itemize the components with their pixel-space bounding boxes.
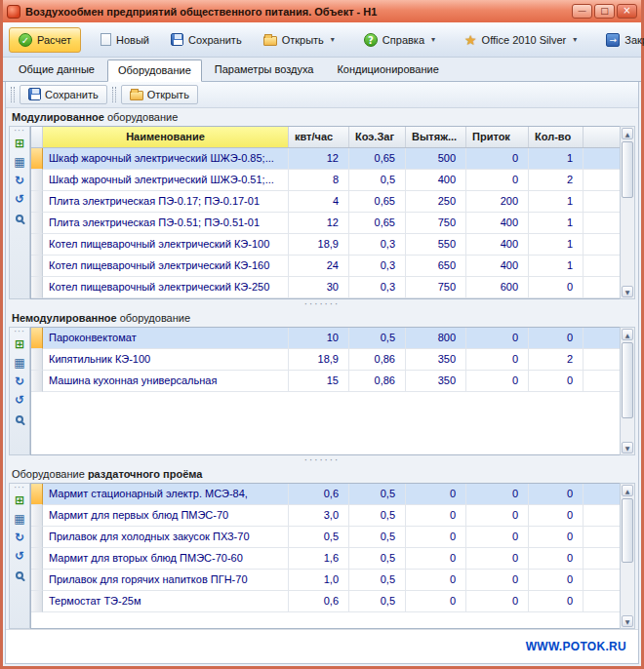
column-header-qty[interactable]: Кол-во bbox=[529, 127, 584, 147]
cell-value[interactable]: 1 bbox=[529, 191, 584, 213]
cell-filler[interactable] bbox=[584, 484, 620, 505]
cell-value[interactable]: 2 bbox=[529, 349, 584, 371]
row-indicator[interactable] bbox=[31, 591, 43, 612]
scrollbar-thumb[interactable] bbox=[622, 342, 633, 418]
cell-value[interactable]: 0,5 bbox=[349, 591, 406, 612]
cell-value[interactable]: 0 bbox=[529, 328, 584, 349]
row-indicator[interactable] bbox=[31, 527, 43, 548]
cell-value[interactable]: 0 bbox=[406, 570, 466, 591]
toolbar-drag-handle[interactable] bbox=[11, 87, 15, 102]
table-settings-button[interactable]: ▦ bbox=[11, 355, 28, 372]
refresh-button[interactable]: ↻ bbox=[11, 173, 28, 189]
table-row[interactable]: Машина кухонная универсальная150,8635000 bbox=[31, 371, 620, 392]
cell-name[interactable]: Котел пищеварочный электрический КЭ-160 bbox=[43, 256, 289, 277]
refresh-button[interactable]: ↻ bbox=[11, 530, 28, 546]
cell-value[interactable]: 0,3 bbox=[349, 277, 406, 298]
table-row[interactable]: Шкаф жарочный электрический ШЖЭ-0.51;...… bbox=[31, 170, 620, 191]
cell-value[interactable]: 0 bbox=[529, 371, 584, 392]
cell-name[interactable]: Прилавок для холодных закусок ПХЗ-70 bbox=[43, 527, 289, 548]
undo-button[interactable]: ↺ bbox=[11, 548, 28, 565]
cell-value[interactable]: 200 bbox=[466, 191, 529, 213]
row-indicator[interactable] bbox=[31, 570, 43, 591]
minimize-button[interactable]: — bbox=[572, 4, 592, 19]
tab-equipment[interactable]: Оборудование bbox=[107, 59, 202, 82]
cell-filler[interactable] bbox=[584, 548, 620, 570]
cell-value[interactable]: 0,6 bbox=[289, 591, 349, 612]
table-row[interactable]: Прилавок для холодных закусок ПХЗ-700,50… bbox=[31, 527, 620, 548]
strip-drag-handle[interactable]: ··· bbox=[14, 128, 25, 134]
row-indicator[interactable] bbox=[31, 548, 43, 570]
table-row[interactable]: Плита электрическая ПЭ-0.17; ПЭ-0.17-014… bbox=[31, 191, 620, 213]
scroll-down-icon[interactable]: ▼ bbox=[622, 615, 633, 627]
cell-value[interactable]: 250 bbox=[406, 191, 466, 213]
cell-name[interactable]: Плита электрическая ПЭ-0.51; ПЭ-0.51-01 bbox=[43, 213, 289, 234]
zoom-button[interactable] bbox=[11, 567, 28, 583]
scroll-up-icon[interactable]: ▲ bbox=[622, 128, 633, 139]
cell-value[interactable]: 0 bbox=[466, 170, 529, 191]
potok-link[interactable]: WWW.POTOK.RU bbox=[526, 640, 626, 653]
cell-value[interactable]: 2 bbox=[529, 170, 584, 191]
cell-value[interactable]: 0,5 bbox=[349, 328, 406, 349]
cell-value[interactable]: 0 bbox=[466, 484, 529, 505]
cell-value[interactable]: 3,0 bbox=[289, 505, 349, 527]
row-indicator[interactable] bbox=[31, 328, 43, 349]
table-row[interactable]: Котел пищеварочный электрический КЭ-1602… bbox=[31, 256, 620, 277]
column-header-kwt[interactable]: квт/час bbox=[289, 127, 349, 147]
cell-value[interactable]: 750 bbox=[406, 213, 466, 234]
page-save-button[interactable]: Сохранить bbox=[20, 85, 107, 104]
cell-name[interactable]: Пароконвектомат bbox=[43, 328, 289, 349]
cell-value[interactable]: 18,9 bbox=[289, 349, 349, 371]
title-bar[interactable]: Воздухообмен предприятий общественного п… bbox=[3, 0, 641, 22]
cell-value[interactable]: 0 bbox=[466, 505, 529, 527]
cell-filler[interactable] bbox=[584, 148, 620, 170]
cell-value[interactable]: 0,5 bbox=[349, 170, 406, 191]
cell-value[interactable]: 0 bbox=[466, 527, 529, 548]
cell-value[interactable]: 400 bbox=[466, 213, 529, 234]
cell-value[interactable]: 650 bbox=[406, 256, 466, 277]
cell-value[interactable]: 0,5 bbox=[349, 548, 406, 570]
column-header-koef[interactable]: Коэ.Заг bbox=[349, 127, 406, 147]
table-row[interactable]: Плита электрическая ПЭ-0.51; ПЭ-0.51-011… bbox=[31, 213, 620, 234]
cell-value[interactable]: 350 bbox=[406, 349, 466, 371]
cell-name[interactable]: Кипятильник КЭ-100 bbox=[43, 349, 289, 371]
cell-filler[interactable] bbox=[584, 256, 620, 277]
table-row[interactable]: Шкаф жарочный электрический ШЖЭ-0.85;...… bbox=[31, 148, 620, 170]
close-button[interactable]: × bbox=[617, 4, 637, 19]
cell-value[interactable]: 400 bbox=[406, 170, 466, 191]
save-button[interactable]: Сохранить bbox=[161, 27, 252, 52]
cell-value[interactable]: 0,6 bbox=[289, 484, 349, 505]
cell-value[interactable]: 1,0 bbox=[289, 570, 349, 591]
cell-value[interactable]: 0,65 bbox=[349, 191, 406, 213]
row-indicator[interactable] bbox=[31, 234, 43, 256]
cell-name[interactable]: Шкаф жарочный электрический ШЖЭ-0.51;... bbox=[43, 170, 289, 191]
scrollbar-thumb[interactable] bbox=[622, 498, 633, 563]
cell-value[interactable]: 550 bbox=[406, 234, 466, 256]
cell-value[interactable]: 0,86 bbox=[349, 349, 406, 371]
cell-value[interactable]: 1 bbox=[529, 256, 584, 277]
scroll-down-icon[interactable]: ▼ bbox=[622, 442, 633, 453]
strip-drag-handle[interactable]: ··· bbox=[14, 329, 25, 334]
cell-value[interactable]: 400 bbox=[466, 234, 529, 256]
row-indicator[interactable] bbox=[31, 191, 43, 213]
cell-value[interactable]: 0 bbox=[466, 371, 529, 392]
add-row-button[interactable]: ⊞ bbox=[11, 492, 28, 509]
cell-value[interactable]: 12 bbox=[289, 213, 349, 234]
cell-name[interactable]: Плита электрическая ПЭ-0.17; ПЭ-0.17-01 bbox=[43, 191, 289, 213]
cell-value[interactable]: 800 bbox=[406, 328, 466, 349]
cell-value[interactable]: 10 bbox=[289, 328, 349, 349]
cell-value[interactable]: 0,3 bbox=[349, 256, 406, 277]
cell-filler[interactable] bbox=[584, 170, 620, 191]
cell-value[interactable]: 0,65 bbox=[349, 148, 406, 170]
splitter-handle[interactable]: ······· bbox=[6, 455, 638, 465]
column-header-exhaust[interactable]: Вытяж... bbox=[406, 127, 466, 147]
cell-filler[interactable] bbox=[584, 527, 620, 548]
cell-value[interactable]: 24 bbox=[289, 256, 349, 277]
cell-value[interactable]: 0 bbox=[466, 548, 529, 570]
vertical-scrollbar[interactable]: ▲ ▼ bbox=[620, 126, 635, 299]
table-row[interactable]: Кипятильник КЭ-10018,90,8635002 bbox=[31, 349, 620, 371]
page-open-button[interactable]: Открыть bbox=[121, 85, 198, 104]
cell-value[interactable]: 600 bbox=[466, 277, 529, 298]
open-button[interactable]: Открыть ▾ bbox=[254, 27, 344, 52]
cell-name[interactable]: Термостат ТЭ-25м bbox=[43, 591, 289, 612]
table-row[interactable]: Котел пищеварочный электрический КЭ-2503… bbox=[31, 277, 620, 298]
